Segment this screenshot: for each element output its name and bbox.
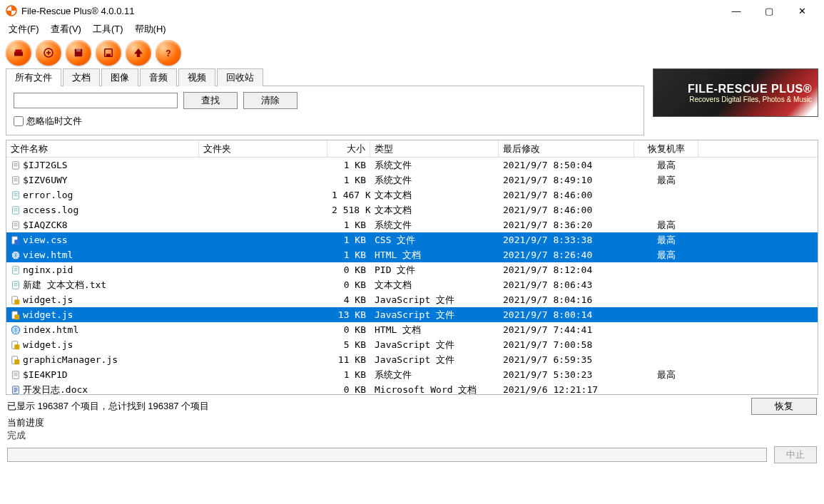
- filter-tabs: 所有文件 文档 图像 音频 视频 回收站: [6, 68, 644, 86]
- file-size: 1 KB: [327, 175, 370, 185]
- col-name[interactable]: 文件名称: [6, 141, 199, 157]
- menu-help[interactable]: 帮助(H): [129, 21, 172, 37]
- table-row[interactable]: graphicManager.js11 KBJavaScript 文件2021/…: [6, 352, 818, 367]
- svg-rect-5: [76, 49, 81, 52]
- svg-rect-2: [16, 50, 22, 53]
- table-body[interactable]: $IJT2GLS1 KB系统文件2021/9/7 8:50:04最高$IZV6U…: [6, 158, 818, 394]
- file-name: view.css: [23, 235, 68, 245]
- tab-video[interactable]: 视频: [178, 68, 215, 86]
- file-type: CSS 文件: [370, 234, 499, 247]
- file-type: 文本文档: [370, 279, 499, 292]
- maximize-button[interactable]: ▢: [753, 0, 785, 21]
- menu-view[interactable]: 查看(V): [45, 21, 87, 37]
- svg-rect-13: [13, 221, 19, 229]
- file-type: HTML 文档: [370, 249, 499, 262]
- tab-doc[interactable]: 文档: [63, 68, 100, 86]
- status-text: 已显示 196387 个项目，总计找到 196387 个项目: [7, 400, 751, 413]
- col-folder[interactable]: 文件夹: [199, 141, 327, 157]
- toolbar-help-button[interactable]: ?: [156, 40, 181, 66]
- table-row[interactable]: widget.js13 KBJavaScript 文件2021/9/7 8:00…: [6, 307, 818, 322]
- table-row[interactable]: widget.js5 KBJavaScript 文件2021/9/7 7:00:…: [6, 337, 818, 352]
- find-button[interactable]: 查找: [183, 92, 238, 109]
- file-icon: [11, 370, 21, 380]
- svg-rect-10: [13, 176, 19, 184]
- table-row[interactable]: widget.js4 KBJavaScript 文件2021/9/7 8:04:…: [6, 292, 818, 307]
- file-size: 11 KB: [327, 354, 370, 365]
- col-type[interactable]: 类型: [370, 141, 499, 157]
- file-name: access.log: [23, 205, 78, 215]
- svg-rect-17: [13, 266, 19, 274]
- file-modified: 2021/9/7 7:00:58: [499, 339, 634, 350]
- file-type: JavaScript 文件: [370, 354, 499, 366]
- file-modified: 2021/9/7 8:46:00: [499, 190, 634, 200]
- close-button[interactable]: ✕: [785, 0, 818, 21]
- table-row[interactable]: $IZV6UWY1 KB系统文件2021/9/7 8:49:10最高: [6, 173, 818, 187]
- file-name: $IAQZCK8: [23, 220, 68, 230]
- ignore-temp-checkbox[interactable]: 忽略临时文件: [14, 115, 636, 128]
- file-icon: [11, 160, 21, 170]
- file-modified: 2021/9/7 8:46:00: [499, 205, 634, 215]
- table-row[interactable]: index.html0 KBHTML 文档2021/9/7 7:44:41: [6, 322, 818, 337]
- recover-button[interactable]: 恢复: [751, 398, 817, 415]
- file-name: view.html: [23, 250, 73, 260]
- file-probability: 最高: [634, 234, 698, 247]
- svg-rect-9: [13, 161, 19, 169]
- toolbar-save-button[interactable]: [66, 40, 91, 66]
- progress-bar: [7, 448, 767, 462]
- file-probability: 最高: [634, 249, 698, 262]
- table-row[interactable]: $IAQZCK81 KB系统文件2021/9/7 8:36:20最高: [6, 217, 818, 232]
- toolbar-open-button[interactable]: [96, 40, 121, 66]
- file-icon: [11, 325, 21, 335]
- file-name: widget.js: [23, 339, 73, 350]
- table-row[interactable]: 新建 文本文档.txt0 KB文本文档2021/9/7 8:06:43: [6, 277, 818, 292]
- menu-tools[interactable]: 工具(T): [87, 21, 129, 37]
- table-row[interactable]: view.css1 KBCSS 文件2021/9/7 8:33:38最高: [6, 232, 818, 247]
- table-row[interactable]: 开发日志.docx0 KBMicrosoft Word 文档2021/9/6 1…: [6, 382, 818, 394]
- ignore-temp-input[interactable]: [14, 116, 24, 126]
- file-name: nginx.pid: [23, 264, 73, 275]
- file-name: 开发日志.docx: [23, 384, 88, 395]
- table-row[interactable]: $IJT2GLS1 KB系统文件2021/9/7 8:50:04最高: [6, 158, 818, 173]
- file-icon: [11, 280, 21, 290]
- menu-file[interactable]: 文件(F): [3, 21, 45, 37]
- toolbar-up-button[interactable]: [126, 40, 151, 66]
- file-name: $IE4KP1D: [23, 369, 68, 380]
- file-size: 1 KB: [327, 250, 370, 260]
- file-modified: 2021/9/7 8:12:04: [499, 264, 634, 275]
- table-row[interactable]: error.log1 467 KB文本文档2021/9/7 8:46:00: [6, 187, 818, 202]
- svg-rect-12: [13, 206, 19, 214]
- stop-button[interactable]: 中止: [774, 446, 817, 463]
- file-probability: 最高: [634, 159, 698, 172]
- table-row[interactable]: access.log2 518 KB文本文档2021/9/7 8:46:00: [6, 202, 818, 217]
- window-title: File-Rescue Plus® 4.0.0.11: [21, 6, 720, 16]
- tab-recycle[interactable]: 回收站: [217, 68, 263, 86]
- file-table: 文件名称 文件夹 大小 类型 最后修改 恢复机率 $IJT2GLS1 KB系统文…: [6, 140, 818, 395]
- toolbar-add-button[interactable]: [36, 40, 61, 66]
- col-modified[interactable]: 最后修改: [499, 141, 634, 157]
- tab-all[interactable]: 所有文件: [6, 68, 61, 86]
- file-icon: [11, 250, 21, 260]
- col-size[interactable]: 大小: [327, 141, 370, 157]
- col-probability[interactable]: 恢复机率: [634, 141, 698, 157]
- file-name: error.log: [23, 190, 73, 200]
- banner-title: FILE-RESCUE PLUS®: [688, 83, 812, 96]
- file-icon: [11, 175, 21, 185]
- file-size: 13 KB: [327, 309, 370, 320]
- file-size: 1 KB: [327, 160, 370, 170]
- file-probability: 最高: [634, 174, 698, 187]
- svg-rect-28: [13, 371, 19, 379]
- file-icon: [11, 205, 21, 215]
- minimize-button[interactable]: ―: [720, 0, 753, 21]
- toolbar-scan-button[interactable]: [6, 40, 31, 66]
- tab-audio[interactable]: 音频: [140, 68, 177, 86]
- table-row[interactable]: $IE4KP1D1 KB系统文件2021/9/7 5:30:23最高: [6, 367, 818, 382]
- file-icon: [11, 340, 21, 350]
- table-row[interactable]: nginx.pid0 KBPID 文件2021/9/7 8:12:04: [6, 262, 818, 277]
- file-type: PID 文件: [370, 264, 499, 277]
- tab-img[interactable]: 图像: [101, 68, 138, 86]
- table-row[interactable]: view.html1 KBHTML 文档2021/9/7 8:26:40最高: [6, 247, 818, 262]
- file-name: 新建 文本文档.txt: [23, 279, 106, 292]
- search-input[interactable]: [14, 93, 178, 108]
- clear-button[interactable]: 清除: [243, 92, 297, 109]
- file-type: 系统文件: [370, 219, 499, 232]
